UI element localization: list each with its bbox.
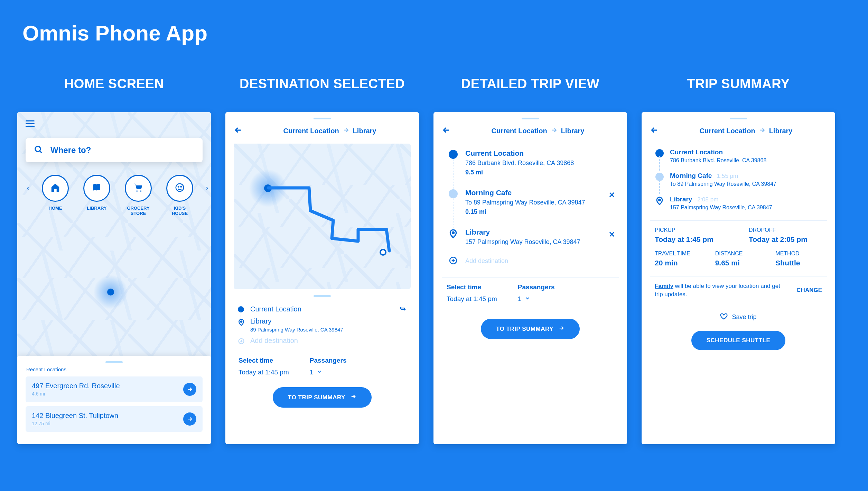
crumb-to: Library <box>353 127 376 135</box>
app-title: Omnis Phone App <box>0 0 868 45</box>
svg-point-13 <box>452 232 454 234</box>
stop-title: Morning Cafe <box>670 172 712 179</box>
arrow-right-icon <box>759 127 766 135</box>
breadcrumb: Current Location Library <box>457 127 619 135</box>
stop-from: Current Location <box>250 305 407 313</box>
to-trip-summary-button[interactable]: TO TRIP SUMMARY <box>273 387 372 408</box>
screen-title-detail: DETAILED TRIP VIEW <box>461 76 599 91</box>
shortcuts-next[interactable] <box>205 175 209 193</box>
passengers-value[interactable]: 1 <box>518 295 555 303</box>
to-trip-summary-button[interactable]: TO TRIP SUMMARY <box>481 319 580 339</box>
passengers-label: Passangers <box>310 357 347 364</box>
svg-point-3 <box>35 146 40 152</box>
shortcut-label: LIBRARY <box>87 206 106 211</box>
select-time-label: Select time <box>447 283 497 291</box>
travel-time-value: 20 min <box>655 259 701 267</box>
recent-sheet: Recent Locations 497 Evergreen Rd. Rosev… <box>17 356 211 444</box>
plus-circle-icon <box>449 256 458 265</box>
change-share-button[interactable]: CHANGE <box>796 287 822 294</box>
recent-distance: 12.75 mi <box>32 421 118 426</box>
back-button[interactable] <box>442 126 451 136</box>
current-location-marker <box>93 275 128 309</box>
breadcrumb: Current Location Library <box>249 127 411 135</box>
stop-addr: To 89 Palmspring Way Roseville, CA 39847 <box>465 199 600 206</box>
svg-point-5 <box>140 190 142 192</box>
sheet-grabber[interactable] <box>314 118 331 119</box>
stop-addr: 786 Burbank Blvd. Roseville, CA 39868 <box>465 160 616 167</box>
save-trip-button[interactable]: Save trip <box>642 299 835 322</box>
dest-map <box>234 144 411 289</box>
pin-icon <box>449 229 458 238</box>
select-time-label: Select time <box>239 357 289 364</box>
crumb-from: Current Location <box>700 127 755 135</box>
select-time-value[interactable]: Today at 1:45 pm <box>239 369 289 376</box>
stop-time: 1:55 pm <box>717 173 738 179</box>
shortcuts-prev[interactable] <box>26 175 30 193</box>
swap-button[interactable] <box>399 305 407 314</box>
sheet-grabber[interactable] <box>522 118 539 119</box>
crumb-to: Library <box>561 127 585 135</box>
phone-home: HOME LIBRARY GROCERY STORE KID'S HO <box>17 112 211 444</box>
recent-item[interactable]: 497 Evergreen Rd. Roseville 4.6 mi <box>26 376 203 402</box>
route-path <box>234 144 411 289</box>
add-destination-label: Add destination <box>250 337 407 345</box>
schedule-shuttle-button[interactable]: SCHEDULE SHUTTLE <box>691 331 786 350</box>
method-label: METHOD <box>775 251 822 257</box>
stop-title: Current Location <box>670 148 723 156</box>
menu-button[interactable] <box>26 120 35 127</box>
book-icon <box>92 182 102 194</box>
search-bar[interactable] <box>26 138 203 162</box>
stop-addr: 157 Palmspring Way Roseville, CA 39847 <box>465 238 600 246</box>
sheet-grabber[interactable] <box>314 295 331 297</box>
crumb-from: Current Location <box>492 127 547 135</box>
stop-addr: To 89 Palmspring Way Roseville, CA 39847 <box>670 181 825 187</box>
screen-title-home: HOME SCREEN <box>64 76 164 91</box>
route-end-marker <box>380 249 386 256</box>
add-destination[interactable]: Add destination <box>449 254 616 273</box>
shortcut-grocery[interactable]: GROCERY STORE <box>120 175 157 216</box>
chevron-down-icon <box>525 295 530 303</box>
go-button[interactable] <box>183 412 196 426</box>
svg-point-6 <box>176 184 184 192</box>
sheet-grabber[interactable] <box>105 361 123 363</box>
remove-stop-button[interactable] <box>608 191 616 216</box>
search-icon <box>34 145 43 155</box>
back-button[interactable] <box>650 126 659 136</box>
shortcut-library[interactable]: LIBRARY <box>78 175 115 216</box>
go-button[interactable] <box>183 383 196 396</box>
phone-detail: Current Location Library Current Locatio… <box>433 112 627 444</box>
passengers-value[interactable]: 1 <box>310 369 347 376</box>
remove-stop-button[interactable] <box>608 230 616 246</box>
stop-time: 2:05 pm <box>697 196 718 203</box>
dropoff-label: DROPOFF <box>749 227 822 233</box>
shortcut-kids-house[interactable]: KID'S HOUSE <box>161 175 198 216</box>
recent-item[interactable]: 142 Bluegreen St. Tuliptown 12.75 mi <box>26 406 203 432</box>
share-text: Family will be able to view your locatio… <box>655 282 790 299</box>
select-time-value[interactable]: Today at 1:45 pm <box>447 295 497 303</box>
method-value: Shuttle <box>775 259 822 267</box>
svg-point-4 <box>136 190 138 192</box>
pin-icon <box>655 196 664 204</box>
svg-point-9 <box>241 321 242 322</box>
distance-label: DISTANCE <box>715 251 762 257</box>
stop-distance: 9.5 mi <box>465 169 616 176</box>
add-destination[interactable]: Add destination <box>238 335 407 347</box>
pickup-label: PICKUP <box>655 227 728 233</box>
share-family-link[interactable]: Family <box>655 283 673 289</box>
shortcut-home[interactable]: HOME <box>37 175 74 216</box>
plus-circle-icon <box>238 338 244 344</box>
svg-point-15 <box>659 199 661 201</box>
phone-summary: Current Location Library Current Locatio… <box>642 112 835 444</box>
stop-title: Library <box>670 196 692 203</box>
crumb-from: Current Location <box>283 127 339 135</box>
search-input[interactable] <box>50 145 194 155</box>
passengers-label: Passangers <box>518 283 555 291</box>
screen-title-summary: TRIP SUMMARY <box>687 76 790 91</box>
sheet-grabber[interactable] <box>730 118 747 119</box>
back-button[interactable] <box>234 126 243 136</box>
breadcrumb: Current Location Library <box>665 127 827 135</box>
cart-icon <box>133 182 143 194</box>
svg-point-8 <box>181 186 182 187</box>
travel-time-label: TRAVEL TIME <box>655 251 701 257</box>
recent-heading: Recent Locations <box>26 366 203 372</box>
